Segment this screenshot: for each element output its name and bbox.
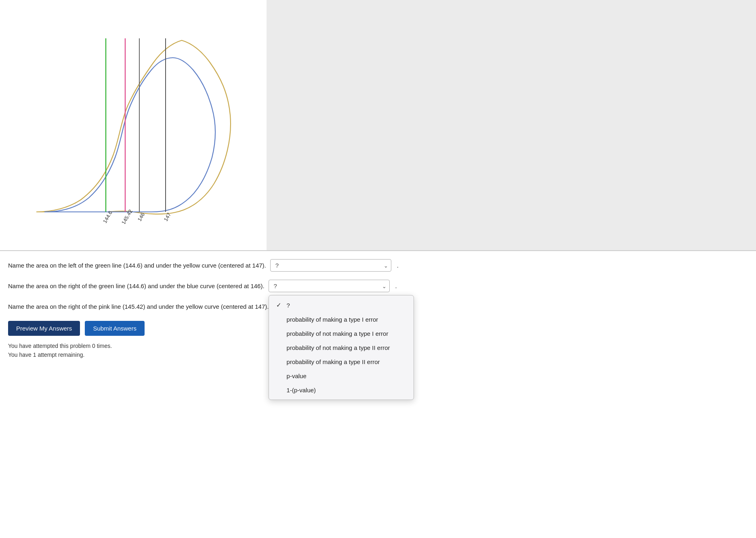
dropdown-2-wrapper: ? probability of making a type I error p… [269,280,390,292]
right-panel [267,0,756,250]
dropdown-popup: ✓ ? probability of making a type I error… [269,295,414,400]
dropdown-1-wrapper: ? probability of making a type I error p… [270,259,391,272]
popup-item-type1[interactable]: probability of making a type I error [269,312,414,327]
graph-svg: 144.6 145.42 146 147 [28,14,238,232]
popup-item-type1-label: probability of making a type I error [287,316,378,323]
popup-item-pvalue[interactable]: p-value [269,369,414,383]
dropdown-2[interactable]: ? probability of making a type I error p… [269,280,390,292]
popup-item-not-type1[interactable]: probability of not making a type I error [269,327,414,341]
popup-item-not-type1-label: probability of not making a type I error [287,330,388,337]
period-2: . [395,283,397,289]
popup-item-pvalue-label: p-value [287,373,307,379]
preview-button[interactable]: Preview My Answers [8,321,80,336]
popup-item-question[interactable]: ✓ ? [269,298,414,312]
popup-item-1-pvalue-label: 1-(p-value) [287,387,316,394]
dropdown-1[interactable]: ? probability of making a type I error p… [270,259,391,272]
period-1: . [397,262,399,269]
popup-item-1-pvalue[interactable]: 1-(p-value) [269,383,414,397]
top-section: 144.6 145.42 146 147 [0,0,756,250]
graph-area: 144.6 145.42 146 147 [0,0,267,250]
main-container: 144.6 145.42 146 147 Name the area on th… [0,0,756,538]
question-1-label: Name the area on the left of the green l… [8,262,266,269]
submit-button[interactable]: Submit Answers [85,321,145,336]
question-row-1: Name the area on the left of the green l… [8,259,744,272]
check-icon: ✓ [276,301,284,309]
popup-item-not-type2-label: probability of not making a type II erro… [287,344,390,351]
question-2-label: Name the area on the right of the green … [8,283,265,289]
question-row-2: Name the area on the right of the green … [8,280,744,292]
popup-item-type2[interactable]: probability of making a type II error [269,355,414,369]
popup-item-not-type2[interactable]: probability of not making a type II erro… [269,341,414,355]
question-3-label: Name the area on the right of the pink l… [8,303,269,310]
popup-item-question-label: ? [287,302,290,309]
popup-item-type2-label: probability of making a type II error [287,358,380,365]
questions-section: Name the area on the left of the green l… [0,251,756,372]
